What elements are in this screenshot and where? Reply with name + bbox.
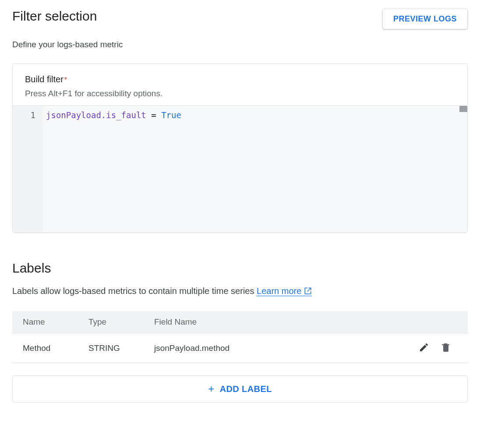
filter-box: Build filter* Press Alt+F1 for accessibi… <box>12 63 468 233</box>
required-indicator: * <box>64 76 67 84</box>
edit-label-button[interactable] <box>417 340 431 356</box>
labels-section: Labels Labels allow logs-based metrics t… <box>12 261 468 402</box>
cell-type: STRING <box>78 333 144 363</box>
col-field-name: Field Name <box>144 311 406 333</box>
col-name: Name <box>12 311 78 333</box>
preview-logs-button[interactable]: PREVIEW LOGS <box>382 9 468 29</box>
col-type: Type <box>78 311 144 333</box>
delete-label-button[interactable] <box>439 340 453 356</box>
cell-field-name: jsonPayload.method <box>144 333 406 363</box>
code-token-field: jsonPayload.is_fault <box>46 110 146 120</box>
code-token-value: True <box>161 110 181 120</box>
labels-table: Name Type Field Name Method STRING jsonP… <box>12 311 468 363</box>
plus-icon: + <box>208 384 214 394</box>
filter-editor[interactable]: 1 jsonPayload.is_fault = True <box>13 105 467 232</box>
pencil-icon <box>419 342 429 354</box>
add-label-text: ADD LABEL <box>220 384 272 394</box>
labels-description: Labels allow logs-based metrics to conta… <box>12 286 468 297</box>
cell-name: Method <box>12 333 78 363</box>
editor-content[interactable]: jsonPayload.is_fault = True <box>42 106 467 232</box>
scrollbar-thumb[interactable] <box>459 106 467 112</box>
filter-section-title: Filter selection <box>12 9 97 24</box>
build-filter-label: Build filter <box>25 74 64 84</box>
editor-gutter: 1 <box>13 106 42 232</box>
trash-icon <box>441 342 451 354</box>
filter-hint: Press Alt+F1 for accessibility options. <box>25 89 455 98</box>
filter-selection-section: Filter selection PREVIEW LOGS Define you… <box>12 9 468 233</box>
code-token-operator: = <box>151 110 156 120</box>
filter-section-subtitle: Define your logs-based metric <box>12 40 468 49</box>
external-link-icon <box>304 287 312 297</box>
table-row: Method STRING jsonPayload.method <box>12 333 468 363</box>
learn-more-link[interactable]: Learn more <box>257 286 312 296</box>
add-label-button[interactable]: + ADD LABEL <box>12 375 468 402</box>
labels-section-title: Labels <box>12 261 468 276</box>
